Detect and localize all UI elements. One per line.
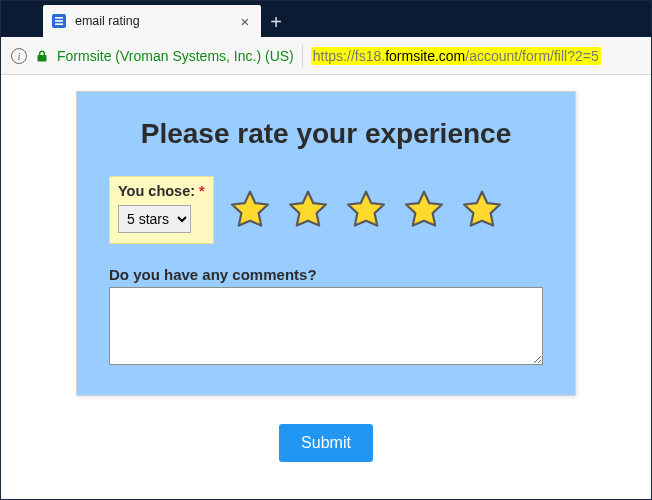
comments-textarea[interactable] [109,287,543,365]
tab-close-icon[interactable]: × [237,13,253,29]
rating-row: You chose: * 1 star2 stars3 stars4 stars… [109,176,543,244]
submit-button[interactable]: Submit [279,424,373,462]
star-icon [460,188,504,232]
you-chose-box: You chose: * 1 star2 stars3 stars4 stars… [109,176,214,244]
url-display[interactable]: https://fs18.formsite.com/account/form/f… [311,47,601,65]
new-tab-button[interactable]: + [261,7,291,37]
star-display [228,188,504,232]
url-path: /account/form/fill?2=5 [465,48,598,64]
url-host: formsite.com [385,48,465,64]
star-icon [344,188,388,232]
required-mark: * [199,183,205,199]
star-icon [228,188,272,232]
form-title: Please rate your experience [109,118,543,150]
comments-label: Do you have any comments? [109,266,543,283]
svg-rect-3 [55,23,63,25]
tab-favicon [51,13,67,29]
address-separator [302,45,303,67]
tab-title: email rating [75,14,229,28]
browser-tab[interactable]: email rating × [43,5,261,37]
submit-wrap: Submit [1,424,651,462]
address-bar: i Formsite (Vroman Systems, Inc.) (US) h… [1,37,651,75]
tab-bar: email rating × + [1,1,651,37]
rating-form-card: Please rate your experience You chose: *… [76,91,576,396]
star-icon [402,188,446,232]
page-info-icon[interactable]: i [11,48,27,64]
lock-icon [35,49,49,63]
star-icon [286,188,330,232]
page-viewport: Please rate your experience You chose: *… [1,75,651,499]
rating-select[interactable]: 1 star2 stars3 stars4 stars5 stars [118,205,191,233]
you-chose-text: You chose: [118,183,195,199]
svg-rect-1 [55,17,63,19]
url-prefix: https://fs18. [313,48,385,64]
you-chose-label: You chose: * [118,183,205,199]
site-identity[interactable]: Formsite (Vroman Systems, Inc.) (US) [57,48,294,64]
svg-rect-2 [55,20,63,22]
